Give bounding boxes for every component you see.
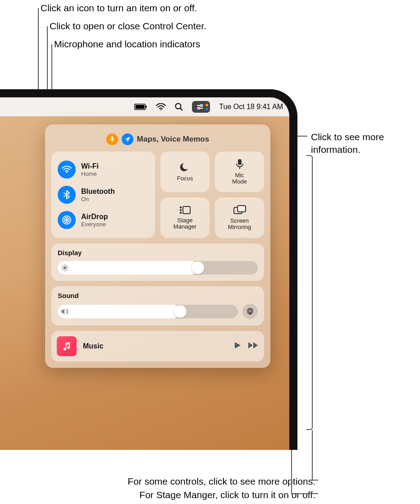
svg-rect-16 bbox=[238, 159, 242, 165]
svg-point-34 bbox=[249, 310, 251, 312]
privacy-apps-label: Maps, Voice Memos bbox=[137, 135, 209, 144]
airdrop-status: Everyone bbox=[81, 221, 108, 228]
svg-point-21 bbox=[180, 212, 181, 213]
wifi-row[interactable]: Wi-Fi Home bbox=[57, 157, 150, 182]
bluetooth-row[interactable]: Bluetooth On bbox=[57, 182, 150, 207]
display-title: Display bbox=[58, 249, 258, 257]
now-playing-title: Music bbox=[83, 342, 227, 350]
callout-stage-manager-toggle: For Stage Manger, click to turn it on or… bbox=[139, 489, 315, 501]
next-track-button[interactable] bbox=[248, 341, 259, 351]
control-center-icon[interactable] bbox=[192, 101, 210, 113]
moon-icon bbox=[180, 162, 191, 173]
screen-mirroring-icon bbox=[233, 205, 246, 215]
bluetooth-toggle-icon[interactable] bbox=[58, 186, 76, 204]
svg-point-20 bbox=[180, 209, 181, 211]
svg-line-31 bbox=[63, 270, 63, 270]
bluetooth-status: On bbox=[81, 196, 115, 202]
callout-open-close: Click to open or close Control Center. bbox=[50, 20, 206, 32]
wifi-toggle-icon[interactable] bbox=[58, 160, 76, 179]
location-indicator-icon bbox=[122, 133, 133, 145]
display-card[interactable]: Display bbox=[51, 243, 264, 281]
svg-rect-23 bbox=[237, 206, 246, 212]
speaker-icon bbox=[61, 308, 69, 315]
stage-manager-label: StageManager bbox=[173, 217, 196, 230]
bluetooth-title: Bluetooth bbox=[81, 188, 115, 196]
sound-card[interactable]: Sound bbox=[51, 286, 264, 325]
spotlight-icon[interactable] bbox=[175, 103, 183, 111]
svg-point-24 bbox=[64, 266, 67, 270]
svg-line-30 bbox=[67, 270, 67, 270]
menubar: Tue Oct 18 9:41 AM bbox=[0, 97, 289, 116]
mic-mode-button[interactable]: MicMode bbox=[215, 151, 264, 192]
svg-point-3 bbox=[160, 109, 162, 110]
svg-point-4 bbox=[176, 104, 181, 109]
svg-point-7 bbox=[201, 105, 202, 106]
connectivity-card[interactable]: Wi-Fi Home Bluetooth On bbox=[51, 151, 155, 238]
display-slider[interactable] bbox=[58, 261, 258, 275]
callout-more-options: For some controls, click to see more opt… bbox=[128, 475, 315, 488]
svg-line-5 bbox=[180, 108, 183, 110]
svg-rect-10 bbox=[111, 136, 113, 140]
wifi-icon[interactable] bbox=[156, 103, 166, 110]
svg-point-19 bbox=[180, 206, 181, 208]
svg-point-15 bbox=[66, 219, 68, 221]
airplay-audio-button[interactable] bbox=[242, 304, 258, 319]
microphone-indicator-icon bbox=[106, 133, 118, 145]
brightness-icon bbox=[61, 264, 68, 271]
menubar-datetime[interactable]: Tue Oct 18 9:41 AM bbox=[219, 103, 283, 111]
mic-mode-label: MicMode bbox=[232, 172, 247, 185]
screen-mirroring-label: ScreenMirroring bbox=[228, 218, 251, 231]
screen-mirroring-button[interactable]: ScreenMirroring bbox=[215, 197, 264, 238]
callout-toggle: Click an icon to turn an item on or off. bbox=[41, 2, 197, 14]
svg-rect-2 bbox=[146, 105, 147, 108]
focus-label: Focus bbox=[177, 175, 193, 182]
svg-point-12 bbox=[66, 172, 68, 173]
stage-manager-icon bbox=[179, 206, 191, 215]
callout-indicators: Microphone and location indicators bbox=[54, 38, 201, 50]
airplay-icon bbox=[246, 308, 254, 315]
airdrop-toggle-icon[interactable] bbox=[58, 211, 76, 229]
sound-slider[interactable] bbox=[58, 305, 238, 318]
now-playing-card[interactable]: Music bbox=[51, 331, 264, 362]
stage-manager-button[interactable]: StageManager bbox=[160, 197, 210, 238]
svg-rect-1 bbox=[136, 105, 145, 109]
airdrop-row[interactable]: AirDrop Everyone bbox=[57, 207, 150, 233]
airdrop-title: AirDrop bbox=[81, 213, 108, 221]
music-app-icon bbox=[57, 336, 77, 356]
control-center-panel: Maps, Voice Memos Wi-Fi Home bbox=[45, 124, 270, 368]
svg-line-32 bbox=[67, 266, 67, 266]
privacy-apps-row[interactable]: Maps, Voice Memos bbox=[51, 131, 264, 151]
sound-title: Sound bbox=[58, 292, 258, 299]
wifi-status: Home bbox=[81, 170, 99, 177]
callout-more-info: Click to see moreinformation. bbox=[311, 131, 384, 156]
battery-icon[interactable] bbox=[134, 104, 147, 110]
svg-line-29 bbox=[63, 266, 63, 266]
privacy-indicator-dots bbox=[205, 104, 208, 110]
focus-button[interactable]: Focus bbox=[160, 151, 210, 192]
svg-rect-18 bbox=[183, 206, 190, 214]
svg-point-9 bbox=[198, 107, 200, 109]
wifi-title: Wi-Fi bbox=[81, 162, 99, 170]
play-button[interactable] bbox=[233, 341, 242, 351]
microphone-icon bbox=[236, 159, 244, 170]
device-frame: Tue Oct 18 9:41 AM Maps, Voice Memos Wi bbox=[0, 89, 297, 450]
